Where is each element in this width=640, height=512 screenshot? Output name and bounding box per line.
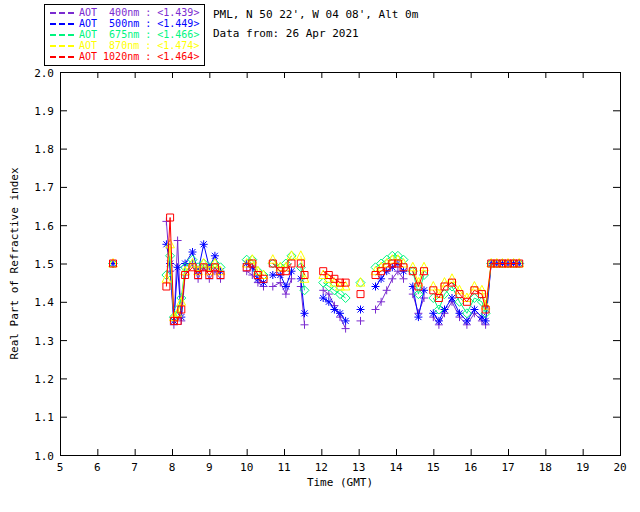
y-axis-label: Real Part of Refractive index [8, 154, 21, 374]
y-tick-label: 1.4 [34, 296, 54, 309]
y-tick-label: 1.9 [34, 105, 54, 118]
x-tick-label: 19 [576, 461, 589, 474]
legend-item-400nm: AOT 400nm : <1.439> [50, 7, 199, 18]
series-line [166, 244, 519, 317]
x-tick-label: 14 [389, 461, 403, 474]
legend-item-1020nm: AOT 1020nm : <1.464> [50, 51, 199, 62]
y-tick-label: 1.8 [34, 143, 54, 156]
y-tick-label: 1.2 [34, 373, 54, 386]
y-tick-label: 1.3 [34, 335, 54, 348]
aeronet-refractive-index-plot: AOT 400nm : <1.439>AOT 500nm : <1.449>AO… [0, 0, 640, 512]
legend-item-870nm: AOT 870nm : <1.474> [50, 40, 199, 51]
legend-dashed-line-icon [50, 12, 74, 14]
y-tick-label: 1.5 [34, 258, 54, 271]
legend-dashed-line-icon [50, 45, 74, 47]
x-tick-label: 16 [464, 461, 477, 474]
x-tick-label: 8 [169, 461, 176, 474]
legend-item-label: AOT 1020nm : <1.464> [79, 51, 199, 62]
legend-item-label: AOT 500nm : <1.449> [79, 18, 199, 29]
plot-axes: 5678910111213141516171819201.01.11.21.31… [34, 67, 627, 475]
x-tick-label: 17 [501, 461, 514, 474]
legend-item-675nm: AOT 675nm : <1.466> [50, 29, 199, 40]
x-tick-label: 12 [315, 461, 328, 474]
x-tick-label: 18 [539, 461, 552, 474]
x-axis-label: Time (GMT) [230, 476, 450, 489]
legend-item-label: AOT 675nm : <1.466> [79, 29, 199, 40]
y-tick-label: 1.1 [34, 411, 54, 424]
station-header: PML, N 50 22', W 04 08', Alt 0m [213, 8, 418, 21]
x-tick-label: 5 [57, 461, 64, 474]
legend-dashed-line-icon [50, 56, 74, 58]
legend-item-500nm: AOT 500nm : <1.449> [50, 18, 199, 29]
x-tick-label: 15 [427, 461, 440, 474]
x-tick-label: 11 [277, 461, 290, 474]
y-tick-label: 2.0 [34, 67, 54, 80]
y-tick-label: 1.0 [34, 450, 54, 463]
x-tick-label: 13 [352, 461, 365, 474]
legend-item-label: AOT 400nm : <1.439> [79, 7, 199, 18]
y-tick-label: 1.7 [34, 181, 54, 194]
date-header: Data from: 26 Apr 2021 [213, 27, 359, 40]
legend-dashed-line-icon [50, 34, 74, 36]
x-tick-label: 7 [131, 461, 138, 474]
legend-item-label: AOT 870nm : <1.474> [79, 40, 199, 51]
x-tick-label: 10 [240, 461, 253, 474]
legend-box: AOT 400nm : <1.439>AOT 500nm : <1.449>AO… [44, 4, 205, 66]
y-tick-label: 1.6 [34, 220, 54, 233]
x-tick-label: 9 [206, 461, 213, 474]
x-tick-label: 20 [613, 461, 626, 474]
legend-dashed-line-icon [50, 23, 74, 25]
plot-svg: 5678910111213141516171819201.01.11.21.31… [0, 0, 640, 512]
x-tick-label: 6 [94, 461, 101, 474]
